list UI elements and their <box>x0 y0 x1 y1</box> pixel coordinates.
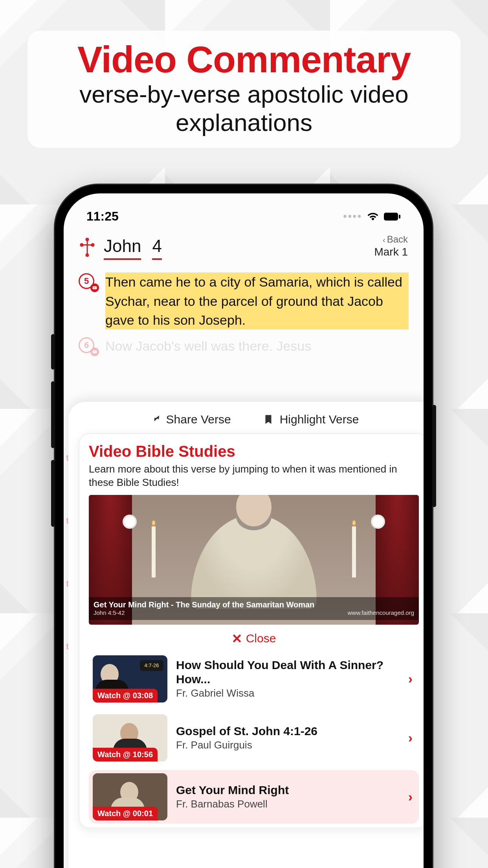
status-bar: 11:25 •••• <box>64 193 424 228</box>
bookmark-icon <box>262 414 274 425</box>
study-item[interactable]: Watch @ 00:01 Get Your Mind Right Fr. Ba… <box>89 770 419 824</box>
svg-rect-1 <box>399 215 400 219</box>
study-thumbnail: Watch @ 00:01 <box>93 773 167 820</box>
study-thumbnail: 4:7-26 Watch @ 03:08 <box>93 655 167 702</box>
video-studies-title: Video Bible Studies <box>89 443 419 460</box>
marketing-headline: Video Commentary <box>43 40 445 79</box>
chevron-right-icon: › <box>406 730 415 745</box>
study-list: 4:7-26 Watch @ 03:08 How Should You Deal… <box>89 652 419 824</box>
watch-timestamp-pill: Watch @ 03:08 <box>93 689 158 702</box>
video-studies-subtitle: Learn more about this verse by jumping t… <box>89 463 419 489</box>
book-selector[interactable]: John <box>104 236 141 258</box>
watch-timestamp-pill: Watch @ 00:01 <box>93 807 158 820</box>
phone-frame: 11:25 •••• John 4 <box>55 185 432 868</box>
share-icon <box>149 414 161 425</box>
verse-list: 5 Then came he to a city of Samaria, whi… <box>64 265 424 355</box>
chevron-right-icon: › <box>406 671 415 686</box>
study-thumbnail: Watch @ 10:56 <box>93 714 167 761</box>
verse-text: Then came he to a city of Samaria, which… <box>105 272 409 329</box>
thumbnail-badge: 4:7-26 <box>140 660 163 671</box>
highlight-verse-label: Highlight Verse <box>280 413 359 426</box>
chevron-left-icon: ‹ <box>383 235 385 244</box>
back-label: Back <box>387 234 408 245</box>
close-icon <box>232 633 242 644</box>
wifi-icon <box>367 212 379 221</box>
app-header: John 4 ‹Back Mark 1 <box>64 228 424 265</box>
verse-action-sheet: Share Verse Highlight Verse Video Bible … <box>68 402 424 868</box>
marketing-title-card: Video Commentary verse-by-verse apostoli… <box>28 31 460 148</box>
marketing-subline: verse-by-verse apostolic video explanati… <box>43 80 445 137</box>
video-badge-icon <box>90 348 99 356</box>
app-logo-cross-icon[interactable] <box>79 238 95 257</box>
video-studies-card: Video Bible Studies Learn more about thi… <box>79 433 424 828</box>
verse-row[interactable]: 5 Then came he to a city of Samaria, whi… <box>79 272 409 329</box>
previous-reference: Mark 1 <box>374 245 408 259</box>
back-button[interactable]: ‹Back Mark 1 <box>374 234 408 258</box>
close-label: Close <box>246 632 276 645</box>
study-title: How Should You Deal With A Sinner? How..… <box>176 658 397 686</box>
chapter-selector[interactable]: 4 <box>152 236 161 258</box>
svg-rect-0 <box>384 213 398 221</box>
share-verse-button[interactable]: Share Verse <box>149 413 231 426</box>
share-verse-label: Share Verse <box>166 413 231 426</box>
video-badge-icon <box>90 283 99 292</box>
cellular-dots-icon: •••• <box>343 210 362 223</box>
phone-screen: 11:25 •••• John 4 <box>64 193 424 868</box>
study-author: Fr. Paul Guirguis <box>176 739 397 751</box>
battery-icon <box>383 212 401 221</box>
verse-row[interactable]: 6 Now Jacob's well was there. Jesus <box>79 337 409 355</box>
video-caption: Get Your Mind Right - The Sunday of the … <box>89 597 419 620</box>
close-button[interactable]: Close <box>89 625 419 652</box>
watch-timestamp-pill: Watch @ 10:56 <box>93 748 158 761</box>
chevron-right-icon: › <box>406 789 415 804</box>
status-time: 11:25 <box>86 209 119 224</box>
study-item[interactable]: 4:7-26 Watch @ 03:08 How Should You Deal… <box>89 652 419 706</box>
study-title: Get Your Mind Right <box>176 783 397 797</box>
study-title: Gospel of St. John 4:1-26 <box>176 724 397 738</box>
study-item[interactable]: Watch @ 10:56 Gospel of St. John 4:1-26 … <box>89 711 419 765</box>
verse-text: Now Jacob's well was there. Jesus <box>105 337 311 355</box>
highlight-verse-button[interactable]: Highlight Verse <box>262 413 359 426</box>
study-author: Fr. Barnabas Powell <box>176 798 397 810</box>
study-author: Fr. Gabriel Wissa <box>176 687 397 699</box>
video-player[interactable]: Get Your Mind Right - The Sunday of the … <box>89 495 419 625</box>
